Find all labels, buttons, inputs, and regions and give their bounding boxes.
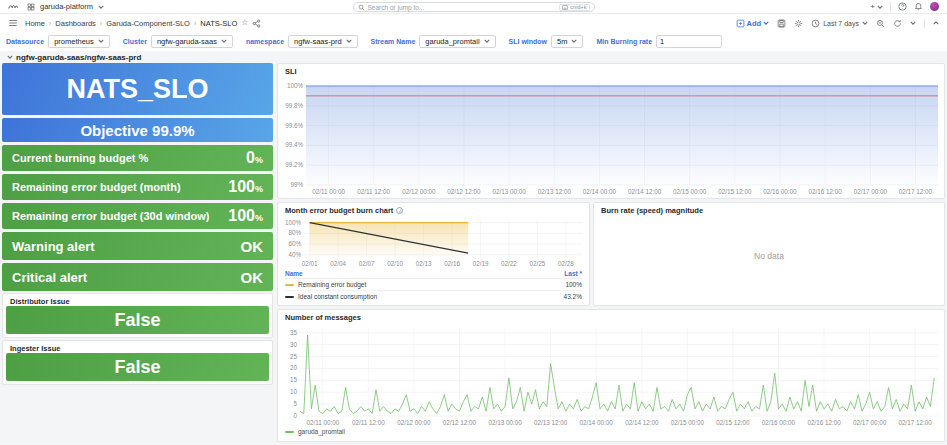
chevron-down-icon[interactable]	[98, 4, 104, 10]
breadcrumb-current: NATS-SLO	[200, 19, 237, 28]
svg-text:02/10: 02/10	[387, 260, 403, 267]
browser-logo-icon	[8, 3, 22, 11]
stream-name-dropdown[interactable]: garuda_promtail	[419, 35, 495, 48]
menu-icon[interactable]	[8, 18, 18, 28]
stat-value: False	[6, 353, 269, 381]
breadcrumb-dashboards[interactable]: Dashboards	[55, 19, 95, 28]
messages-chart: 0510152025303502/11 00:0002/11 12:0002/1…	[278, 323, 944, 428]
chevron-down-icon	[98, 38, 104, 44]
stat-panel-warning-alert[interactable]: Warning alert OK	[2, 232, 273, 260]
info-icon[interactable]: i	[396, 207, 403, 214]
svg-text:02/11 12:00: 02/11 12:00	[352, 419, 385, 426]
grafana-org-icon	[27, 3, 35, 11]
svg-text:0: 0	[293, 412, 297, 419]
svg-text:100%: 100%	[287, 82, 304, 89]
favorite-star-icon[interactable]: ☆	[241, 19, 248, 27]
stat-value: OK	[241, 269, 264, 286]
chevron-down-icon	[221, 38, 227, 44]
refresh-icon[interactable]	[893, 19, 902, 28]
stat-label: Remaining error budget (month)	[12, 181, 181, 193]
messages-legend[interactable]: garuda_promtail	[278, 428, 944, 435]
cluster-dropdown[interactable]: ngfw-garuda-saas	[151, 35, 233, 48]
grafana-dashboard-screen: garuda-platform Search or jump to... cmd…	[0, 0, 947, 445]
row-collapse-chevron-icon	[7, 54, 13, 60]
svg-text:02/07: 02/07	[359, 260, 375, 267]
panel-distributor-issue[interactable]: Distributor Issue False	[2, 293, 273, 338]
legend-name-header[interactable]: Name	[285, 270, 303, 277]
dashboard-canvas: NATS_SLO Objective 99.9% Current burning…	[0, 63, 947, 445]
dashboard-row-header[interactable]: ngfw-garuda-saas/ngfw-saas-prd	[0, 51, 947, 63]
save-dashboard-icon[interactable]	[777, 19, 786, 28]
stat-label: Warning alert	[12, 239, 95, 254]
divider	[924, 19, 925, 28]
stat-panel-remaining-budget-30d[interactable]: Remaining error budget (30d window) 100%	[2, 203, 273, 229]
stat-value: OK	[241, 238, 264, 255]
chevron-down-icon	[346, 38, 352, 44]
share-icon[interactable]	[252, 19, 261, 28]
stat-panel-remaining-budget-month[interactable]: Remaining error budget (month) 100%	[2, 174, 273, 200]
panel-title: SLI	[278, 64, 944, 77]
svg-text:02/16 00:00: 02/16 00:00	[762, 419, 796, 426]
new-menu-button[interactable]: +	[870, 2, 883, 11]
stat-panel-critical-alert[interactable]: Critical alert OK	[2, 263, 273, 291]
help-icon[interactable]	[898, 2, 907, 11]
svg-text:02/16 00:00: 02/16 00:00	[763, 188, 797, 195]
datasource-dropdown[interactable]: prometheus	[48, 35, 110, 48]
min-burning-rate-input[interactable]	[660, 37, 718, 46]
svg-text:60%: 60%	[288, 240, 301, 247]
svg-text:02/13 00:00: 02/13 00:00	[488, 419, 522, 426]
svg-text:02/14 00:00: 02/14 00:00	[583, 188, 617, 195]
stat-panel-objective[interactable]: Objective 99.9%	[2, 118, 273, 142]
panel-add-icon	[736, 19, 745, 28]
stat-value: 0%	[246, 149, 263, 167]
burn-chart: 40%60%80%100%02/0102/0402/0702/1002/1302…	[278, 216, 589, 269]
svg-text:02/25: 02/25	[530, 260, 546, 267]
variable-datasource: Datasource prometheus	[6, 35, 110, 48]
notifications-bell-icon[interactable]	[914, 2, 923, 11]
stat-panel-nats-slo[interactable]: NATS_SLO	[2, 63, 273, 115]
top-nav-bar: garuda-platform Search or jump to... cmd…	[0, 0, 947, 14]
panel-sli[interactable]: SLI 99%99.2%99.4%99.6%99.8%100%02/11 00:…	[277, 63, 945, 199]
svg-text:02/14 12:00: 02/14 12:00	[625, 419, 659, 426]
svg-text:02/12 00:00: 02/12 00:00	[402, 188, 436, 195]
legend-last-header[interactable]: Last *	[564, 270, 582, 277]
panel-burn-rate-magnitude[interactable]: Burn rate (speed) magnitude No data	[593, 202, 945, 306]
svg-text:02/19: 02/19	[473, 260, 489, 267]
svg-text:40%: 40%	[288, 251, 301, 258]
panel-number-of-messages[interactable]: Number of messages 0510152025303502/11 0…	[277, 309, 945, 442]
stat-panel-current-burning-budget[interactable]: Current burning budget % 0%	[2, 145, 273, 171]
svg-text:02/17 00:00: 02/17 00:00	[853, 419, 887, 426]
time-range-picker[interactable]: Last 7 days	[811, 19, 868, 28]
sli-window-dropdown[interactable]: 5m	[551, 35, 583, 48]
collapse-toolbar-icon[interactable]	[933, 20, 939, 26]
svg-text:02/12 12:00: 02/12 12:00	[443, 419, 477, 426]
org-switcher[interactable]: garuda-platform	[40, 2, 93, 11]
panel-month-burn-chart[interactable]: Month error budget burn chart i 40%60%80…	[277, 202, 590, 306]
settings-gear-icon[interactable]	[794, 19, 803, 28]
svg-text:02/22: 02/22	[501, 260, 517, 267]
panel-ingester-issue[interactable]: Ingester Issue False	[2, 340, 273, 385]
svg-text:02/16 12:00: 02/16 12:00	[809, 188, 843, 195]
breadcrumb-home[interactable]: Home	[25, 19, 45, 28]
legend-row[interactable]: Remaining error budget 100%	[285, 279, 582, 291]
dashboard-variables-bar: Datasource prometheus Cluster ngfw-garud…	[0, 31, 947, 51]
search-input[interactable]: Search or jump to... cmd+k	[353, 2, 595, 12]
breadcrumb-folder[interactable]: Garuda-Component-SLO	[106, 19, 190, 28]
svg-text:02/16: 02/16	[444, 260, 460, 267]
clock-icon	[811, 19, 820, 28]
svg-text:99.4%: 99.4%	[285, 141, 303, 148]
svg-text:100%: 100%	[285, 219, 302, 226]
refresh-interval-chevron-icon[interactable]	[910, 20, 916, 26]
zoom-out-icon[interactable]	[876, 19, 885, 28]
svg-text:02/13 00:00: 02/13 00:00	[493, 188, 527, 195]
svg-text:02/17 12:00: 02/17 12:00	[899, 188, 933, 195]
panel-title: Burn rate (speed) magnitude	[594, 203, 944, 216]
namespace-dropdown[interactable]: ngfw-saas-prd	[288, 35, 358, 48]
add-panel-button[interactable]: Add	[736, 19, 770, 28]
legend-row[interactable]: Ideal constant consumption 43.2%	[285, 291, 582, 302]
svg-text:10: 10	[290, 388, 298, 395]
user-avatar[interactable]	[930, 2, 939, 11]
svg-text:02/16 12:00: 02/16 12:00	[807, 419, 841, 426]
svg-text:80%: 80%	[288, 229, 301, 236]
svg-text:02/11 00:00: 02/11 00:00	[306, 419, 339, 426]
